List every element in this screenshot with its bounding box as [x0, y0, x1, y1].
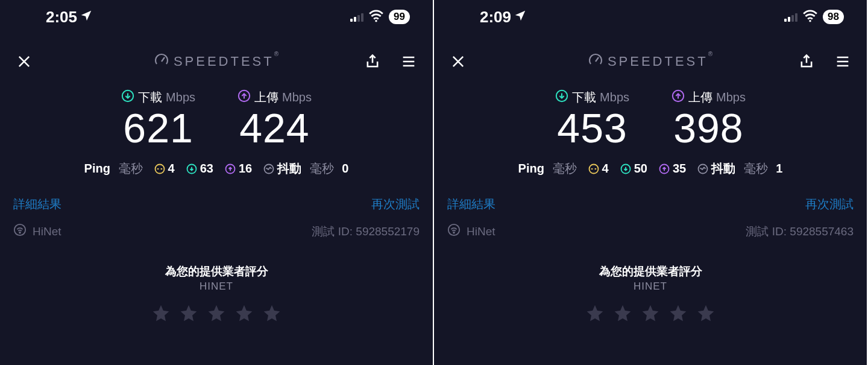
download-block: 下載 Mbps 621	[121, 89, 195, 150]
svg-point-9	[809, 20, 811, 22]
star-icon[interactable]	[613, 303, 632, 325]
jitter-unit: 毫秒	[744, 160, 768, 177]
details-link[interactable]: 詳細結果	[447, 196, 495, 212]
app-title-text: SPEEDTEST®	[608, 54, 712, 69]
rating-title: 為您的提供業者評分	[445, 264, 856, 279]
upload-unit: Mbps	[282, 90, 312, 104]
details-link[interactable]: 詳細結果	[13, 196, 61, 212]
download-block: 下載 Mbps 453	[555, 89, 629, 150]
provider-name: HiNet	[467, 225, 495, 238]
upload-block: 上傳 Mbps 398	[671, 89, 746, 150]
star-icon[interactable]	[207, 303, 226, 325]
rating-provider: HINET	[11, 281, 422, 293]
close-icon[interactable]	[14, 52, 34, 71]
star-icon[interactable]	[262, 303, 281, 325]
upload-label: 上傳	[688, 89, 712, 106]
ping-unit: 毫秒	[553, 160, 577, 177]
retest-link[interactable]: 再次測試	[371, 196, 420, 212]
download-value: 453	[555, 107, 629, 150]
app-title-text: SPEEDTEST®	[174, 54, 278, 69]
speed-row: 下載 Mbps 621 上傳 Mbps 424	[11, 89, 422, 150]
status-time: 2:09	[451, 8, 527, 27]
retest-link[interactable]: 再次測試	[805, 196, 854, 212]
download-label: 下載	[138, 89, 162, 106]
speedtest-result-panel: 2:05 99 SPE	[0, 0, 434, 365]
star-icon[interactable]	[151, 303, 171, 325]
download-label: 下載	[572, 89, 596, 106]
jitter-value: 0	[342, 162, 348, 176]
provider-wifi-icon	[13, 223, 27, 240]
jitter-value: 1	[776, 162, 782, 176]
menu-icon[interactable]	[399, 52, 418, 71]
svg-point-3	[155, 164, 164, 173]
status-bar: 2:05 99	[11, 0, 422, 28]
jitter-label: 抖動	[277, 160, 301, 177]
svg-point-12	[589, 164, 598, 173]
ping-down: 50	[634, 162, 647, 176]
provider-row: HiNet 測試 ID: 5928557463	[445, 223, 856, 240]
star-icon[interactable]	[234, 303, 254, 325]
jitter-icon	[263, 163, 275, 175]
status-bar: 2:09 98	[445, 0, 856, 28]
rating-stars[interactable]	[11, 303, 422, 325]
star-icon[interactable]	[179, 303, 198, 325]
test-id: 5928557463	[790, 225, 854, 238]
gauge-icon	[588, 53, 603, 70]
download-icon	[555, 89, 568, 106]
ping-up: 16	[239, 162, 252, 176]
jitter-label: 抖動	[711, 160, 735, 177]
upload-label: 上傳	[254, 89, 278, 106]
battery-value: 98	[828, 11, 839, 23]
status-time: 2:05	[17, 8, 93, 27]
upload-icon	[671, 89, 685, 106]
ping-idle: 4	[168, 162, 175, 176]
provider-wifi-icon	[447, 223, 461, 240]
jitter-icon	[697, 163, 709, 175]
battery-indicator: 99	[389, 10, 410, 24]
upload-unit: Mbps	[716, 90, 746, 104]
speed-row: 下載 Mbps 453 上傳 Mbps 398	[445, 89, 856, 150]
upload-value: 398	[671, 107, 746, 150]
ping-idle-icon	[154, 163, 166, 175]
svg-point-8	[19, 232, 20, 233]
wifi-icon	[368, 9, 384, 25]
test-id-label: 測試 ID:	[746, 225, 787, 238]
upload-icon	[237, 89, 251, 106]
ping-down-icon	[620, 163, 632, 175]
ping-down: 63	[200, 162, 213, 176]
link-row: 詳細結果 再次測試	[11, 196, 422, 212]
ping-idle-icon	[588, 163, 600, 175]
share-icon[interactable]	[797, 52, 816, 71]
link-row: 詳細結果 再次測試	[445, 196, 856, 212]
status-time-text: 2:05	[46, 8, 77, 27]
app-header: SPEEDTEST®	[445, 52, 856, 71]
location-icon	[514, 8, 527, 27]
ping-idle: 4	[602, 162, 609, 176]
menu-icon[interactable]	[833, 52, 852, 71]
wifi-icon	[802, 9, 818, 25]
star-icon[interactable]	[696, 303, 715, 325]
share-icon[interactable]	[363, 52, 382, 71]
ping-row: Ping 毫秒 4 63 16 抖動 毫秒 0	[11, 160, 422, 177]
svg-point-0	[375, 20, 377, 22]
star-icon[interactable]	[668, 303, 688, 325]
rating-block: 為您的提供業者評分 HINET	[11, 264, 422, 325]
location-icon	[80, 8, 93, 27]
close-icon[interactable]	[448, 52, 468, 71]
speedtest-result-panel: 2:09 98 SPE	[434, 0, 868, 365]
ping-unit: 毫秒	[119, 160, 143, 177]
status-right: 99	[350, 9, 416, 25]
ping-label: Ping	[518, 162, 544, 176]
test-id: 5928552179	[356, 225, 420, 238]
rating-stars[interactable]	[445, 303, 856, 325]
svg-point-17	[453, 232, 454, 233]
download-value: 621	[121, 107, 195, 150]
star-icon[interactable]	[585, 303, 605, 325]
battery-indicator: 98	[823, 10, 844, 24]
upload-block: 上傳 Mbps 424	[237, 89, 312, 150]
star-icon[interactable]	[641, 303, 660, 325]
battery-value: 99	[394, 11, 405, 23]
provider-name: HiNet	[33, 225, 61, 238]
status-right: 98	[784, 9, 850, 25]
cellular-icon	[350, 12, 363, 22]
